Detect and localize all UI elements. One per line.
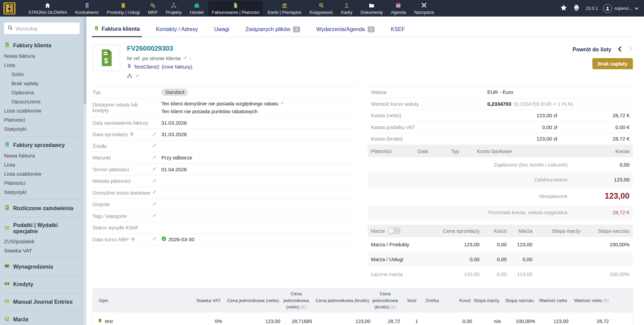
favorite-star-icon[interactable] (560, 4, 567, 13)
edit-pencil-icon[interactable] (152, 155, 157, 161)
items-table-header: Opis Stawka VAT Cena jednostkowa (netto)… (93, 289, 633, 312)
item-row[interactable]: test 0% 123,00 28,71685 123,00 28,72 1 0… (93, 312, 633, 325)
sidebar-section-marze[interactable]: Marże (0, 314, 84, 325)
sidebar-item-nowa-faktura[interactable]: Nowa faktura (0, 51, 84, 60)
wallet-icon (4, 263, 10, 270)
next-invoice-chevron-icon[interactable] (628, 46, 633, 53)
sidebar-section-manual-journal[interactable]: $ Manual Journal Entries (0, 296, 84, 308)
edit-pencil-icon[interactable] (152, 201, 157, 207)
tax-card-icon: $ (4, 225, 10, 232)
nav-item-agenda[interactable]: Agenda (387, 1, 409, 16)
gears-icon (150, 2, 156, 9)
sidebar-item-zus-podatek[interactable]: ZUS/podatek (0, 237, 84, 246)
tab-faktura-klienta[interactable]: $ Faktura klienta (93, 25, 140, 37)
sidebar-scrollbar[interactable] (84, 17, 86, 325)
invoice-icon: $ (232, 2, 239, 9)
sidebar-item-stawka-vat[interactable]: Stawka VAT (0, 246, 84, 255)
edit-pencil-icon[interactable] (152, 213, 157, 219)
tab-wydarzenia-agenda[interactable]: Wydarzenia/Agenda 1 (316, 26, 375, 37)
margin-row-uslugi: Marża / Usługi 0,00 0,00 0,00 (368, 252, 633, 267)
building-icon (84, 2, 90, 9)
nav-item-narzedzia[interactable]: Narzędzia (411, 1, 437, 16)
client-link[interactable]: TestClient2 (134, 64, 160, 70)
edit-discount-pencil-icon[interactable] (280, 101, 285, 106)
nav-item-produkty[interactable]: Produkty | Usługi (103, 1, 143, 16)
detail-row-konto-bankowe: Domyślne konto bankowe (92, 187, 357, 199)
edit-client-pencil-icon[interactable] (135, 73, 140, 79)
edit-pencil-icon[interactable] (152, 166, 157, 172)
tab-kontakty-adresy[interactable]: Kontakty / Adresy (155, 26, 199, 37)
search-input[interactable] (16, 26, 83, 31)
nav-item-dokumenty[interactable]: Dokumenty (357, 1, 386, 16)
svg-text:$: $ (5, 300, 6, 302)
nav-item-ksiegowosc[interactable]: $ Księgowość (306, 1, 336, 16)
sidebar-item-statystyki-sprzedawcy[interactable]: Statystyki (0, 188, 84, 197)
summary-row-netto: Kwota (netto) 123,00 zł 28,72 € (368, 110, 633, 122)
nav-item-handel[interactable]: Handel (186, 1, 207, 16)
calculator-icon (4, 316, 10, 323)
edit-pencil-icon[interactable] (152, 190, 157, 196)
back-to-list-link[interactable]: Powrót do listy (572, 47, 611, 53)
margins-toggle[interactable] (388, 227, 401, 234)
nav-item-kontrahenci[interactable]: Kontrahenci (72, 1, 102, 16)
sidebar-item-nowa-faktura-sprzedawcy[interactable]: Nowa faktura (0, 151, 84, 160)
sidebar-item-brak-wplaty[interactable]: Brak wpłaty (0, 79, 84, 88)
org-structure-icon[interactable] (127, 73, 132, 79)
app-logo-mark (5, 3, 14, 14)
detail-row-metoda-platnosci: Metoda płatności (92, 175, 357, 187)
app-logo[interactable] (3, 2, 16, 15)
detail-row-rabaty: Dostępne rabaty lub kredyty Ten klient d… (92, 98, 357, 117)
nav-item-fakturowanie[interactable]: $ Fakturowanie | Płatności (208, 1, 263, 16)
sidebar-item-oplacona[interactable]: Opłacona (0, 88, 84, 97)
sidebar-item-platnosci-sprzedawcy[interactable]: Płatności (0, 178, 84, 188)
user-menu[interactable]: supervi... (603, 4, 639, 13)
nav-item-mrp[interactable]: MRP (144, 1, 161, 16)
edit-ref-pencil-icon[interactable] (183, 55, 188, 61)
sidebar-search[interactable] (4, 23, 80, 34)
tab-ksef[interactable]: KSEF (390, 26, 406, 37)
margins-table-header: Marże Cena sprzedaży Koszt Marża Stopa m… (368, 225, 633, 237)
client-ref-label: Nr ref. po stronie klienta (127, 55, 181, 61)
sidebar-item-opuszczone[interactable]: Opuszczone (0, 97, 84, 106)
sidebar-section-podatki[interactable]: $ Podatki | Wydatki specjalne (0, 220, 84, 237)
nav-item-home[interactable]: STRONA GŁÓWNA (25, 1, 71, 16)
payment-row-pozostala-kwota: Pozostała kwota, waluta oryginalna 28,72… (368, 205, 633, 220)
sidebar-section-rozliczone-zamowienia[interactable]: Rozliczone zamówienia (0, 202, 84, 214)
sidebar-item-szkic[interactable]: Szkic (0, 70, 84, 79)
divider (3, 199, 84, 200)
edit-pencil-icon[interactable] (152, 178, 157, 184)
detail-row-termin-platnosci: Termin płatności 01.04.2026 (92, 164, 357, 176)
invoice-header: $ FV2600029303 Nr ref. po stronie klient… (92, 37, 633, 86)
sidebar: $ Faktury klienta Nowa faktura Lista Szk… (0, 17, 86, 325)
print-icon[interactable] (573, 4, 580, 13)
nav-item-projekty[interactable]: Projekty (162, 1, 185, 16)
sidebar-section-faktury-klienta[interactable]: $ Faktury klienta (0, 40, 84, 51)
payment-row-nieoplacone: Nieopłacone 123,00 (368, 187, 633, 205)
tab-zwiazanych-plikow[interactable]: Związanych plików 1 (245, 26, 301, 37)
person-icon (343, 2, 350, 9)
detail-row-data-kursu-nbp: Data kursu NBP i 2026-03-30 (92, 234, 357, 246)
sidebar-item-lista-szablonow[interactable]: Lista szablonów (0, 106, 84, 115)
sidebar-item-lista-sprzedawcy[interactable]: Lista (0, 160, 84, 169)
sidebar-section-faktury-sprzedawcy[interactable]: $ Faktury sprzedawcy (0, 139, 84, 151)
sidebar-section-wynagrodzenia[interactable]: Wynagrodzenia (0, 261, 84, 273)
detail-row-dispute: Dispute (92, 199, 357, 210)
sidebar-item-lista-szablonow-sprzedawcy[interactable]: Lista szablonów (0, 169, 84, 178)
nav-item-kadry[interactable]: Kadry (338, 1, 356, 16)
sidebar-item-platnosci[interactable]: Płatności (0, 115, 84, 124)
nav-item-banki[interactable]: Banki | Pieniądze (264, 1, 305, 16)
tab-uwagi[interactable]: Uwagi (213, 26, 230, 37)
sidebar-section-kredyty[interactable]: Kredyty (0, 278, 84, 290)
sidebar-item-lista[interactable]: Lista (0, 60, 84, 70)
sidebar-item-statystyki[interactable]: Statystyki (0, 124, 84, 133)
edit-pencil-icon[interactable] (152, 143, 157, 149)
prev-invoice-chevron-icon[interactable] (617, 46, 622, 53)
search-icon (7, 25, 13, 32)
client-other-invoices-link[interactable]: (Inne faktury) (162, 64, 192, 70)
detail-row-zrodlo: Źródło (92, 141, 357, 152)
edit-pencil-icon[interactable] (152, 131, 157, 138)
payment-row-zafakturowano: Zafakturowano 123,00 (368, 172, 633, 187)
edit-pencil-icon[interactable] (152, 236, 157, 242)
username: supervi... (614, 6, 632, 11)
client-building-icon (127, 64, 132, 70)
